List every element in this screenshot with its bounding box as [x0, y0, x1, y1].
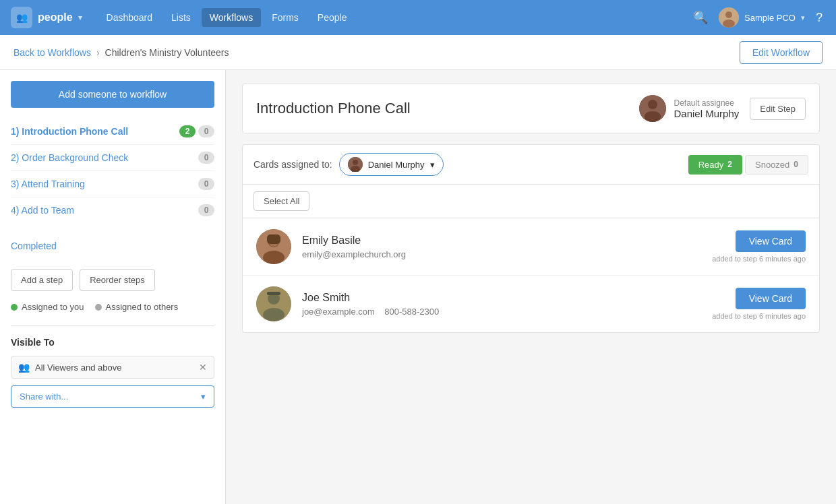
edit-step-button[interactable]: Edit Step: [750, 98, 806, 120]
breadcrumb-bar: Back to Workflows › Children's Ministry …: [0, 35, 836, 70]
assignee-dropdown-name: Daniel Murphy: [368, 160, 425, 170]
breadcrumb: Back to Workflows › Children's Ministry …: [13, 47, 229, 58]
svg-point-1: [725, 11, 732, 18]
default-assignee-info: Default assignee Daniel Murphy: [674, 98, 740, 119]
cards-filter-left: Cards assigned to: Daniel Murphy ▾: [253, 153, 444, 176]
default-assignee-avatar: [639, 95, 666, 122]
step-header: Introduction Phone Call Default assignee…: [242, 84, 820, 133]
visible-to-section: Visible To 👥 All Viewers and above ✕ Sha…: [11, 325, 214, 408]
share-with-placeholder: Share with...: [20, 391, 68, 402]
step-3-badge-gray: 0: [198, 178, 214, 190]
nav-lists[interactable]: Lists: [163, 8, 199, 27]
emily-avatar: [256, 229, 291, 264]
add-someone-button[interactable]: Add someone to workflow: [11, 81, 214, 108]
step-link-3[interactable]: 3) Attend Training: [11, 179, 198, 189]
nav-right: 🔍 Sample PCO ▾ ?: [690, 7, 825, 28]
tab-ready[interactable]: Ready 2: [688, 155, 742, 175]
tab-snoozed[interactable]: Snoozed 0: [745, 155, 808, 175]
default-assignee-label: Default assignee: [674, 98, 740, 108]
legend: Assigned to you Assigned to others: [11, 302, 214, 312]
tab-ready-count: 2: [727, 160, 732, 169]
visible-to-item-label: All Viewers and above: [35, 363, 121, 373]
svg-point-4: [648, 100, 657, 109]
user-dropdown-icon: ▾: [801, 13, 805, 22]
nav-workflows[interactable]: Workflows: [202, 8, 261, 27]
step-3-badges: 0: [198, 178, 214, 190]
emily-name: Emily Basile: [302, 234, 712, 247]
nav-dashboard[interactable]: Dashboard: [98, 8, 161, 27]
svg-rect-13: [267, 234, 280, 244]
svg-point-7: [353, 160, 358, 165]
assigned-you-dot: [11, 304, 18, 311]
visible-to-item-left: 👥 All Viewers and above: [18, 362, 121, 373]
assignee-dropdown-icon: ▾: [430, 160, 435, 170]
breadcrumb-separator: ›: [96, 47, 100, 58]
joe-added-info: added to step 6 minutes ago: [712, 312, 806, 320]
search-icon[interactable]: 🔍: [690, 7, 711, 28]
sidebar: Add someone to workflow 1) Introduction …: [0, 70, 226, 504]
svg-point-11: [263, 251, 285, 264]
joe-details: joe@example.com 800-588-2300: [302, 307, 712, 317]
main-content: Introduction Phone Call Default assignee…: [226, 70, 836, 504]
nav-people[interactable]: People: [309, 8, 355, 27]
select-all-bar: Select All: [243, 185, 819, 218]
tab-ready-label: Ready: [698, 160, 724, 170]
assignee-dropdown[interactable]: Daniel Murphy ▾: [339, 153, 444, 176]
joe-view-card-button[interactable]: View Card: [736, 288, 806, 309]
joe-email: joe@example.com: [302, 307, 375, 317]
step-actions: Add a step Reorder steps: [11, 269, 214, 291]
step-1-badges: 2 0: [179, 125, 214, 137]
legend-assigned-to-you: Assigned to you: [11, 302, 84, 312]
user-avatar: [719, 7, 739, 28]
tab-snoozed-label: Snoozed: [755, 160, 789, 170]
cards-filter-bar: Cards assigned to: Daniel Murphy ▾: [243, 145, 819, 185]
back-to-workflows-link[interactable]: Back to Workflows: [13, 47, 91, 58]
default-assignee-name: Daniel Murphy: [674, 108, 740, 119]
step-title: Introduction Phone Call: [256, 100, 411, 117]
joe-avatar: [256, 286, 291, 321]
assigned-others-dot: [95, 304, 102, 311]
workflow-steps-list: 1) Introduction Phone Call 2 0 2) Order …: [11, 119, 214, 223]
add-step-button[interactable]: Add a step: [11, 269, 73, 291]
user-menu[interactable]: Sample PCO ▾: [719, 7, 805, 28]
step-1-badge-green: 2: [179, 125, 196, 137]
help-icon[interactable]: ?: [813, 8, 825, 28]
select-all-button[interactable]: Select All: [253, 191, 309, 211]
cards-assigned-to-label: Cards assigned to:: [253, 159, 332, 170]
share-with-dropdown[interactable]: Share with... ▾: [11, 385, 214, 408]
default-assignee-section: Default assignee Daniel Murphy: [639, 95, 740, 122]
app-name: people: [38, 11, 73, 24]
joe-card-right: View Card added to step 6 minutes ago: [712, 288, 806, 320]
completed-link[interactable]: Completed: [11, 234, 214, 258]
step-header-right: Default assignee Daniel Murphy Edit Step: [639, 95, 806, 122]
step-link-4[interactable]: 4) Add to Team: [11, 205, 198, 216]
step-4-badge-gray: 0: [198, 204, 214, 216]
person-card-joe: Joe Smith joe@example.com 800-588-2300 V…: [243, 276, 819, 332]
nav-forms[interactable]: Forms: [264, 8, 307, 27]
step-item-3[interactable]: 3) Attend Training 0: [11, 171, 214, 197]
svg-point-2: [723, 20, 735, 28]
assigned-others-label: Assigned to others: [106, 302, 179, 312]
step-item-2[interactable]: 2) Order Background Check 0: [11, 145, 214, 171]
app-logo[interactable]: 👥 people ▾: [11, 7, 82, 28]
emily-added-info: added to step 6 minutes ago: [712, 255, 806, 263]
share-dropdown-icon: ▾: [201, 391, 206, 402]
cards-section: Cards assigned to: Daniel Murphy ▾: [242, 144, 820, 333]
visible-to-remove-button[interactable]: ✕: [199, 362, 207, 373]
step-2-badge-gray: 0: [198, 152, 214, 164]
edit-workflow-button[interactable]: Edit Workflow: [740, 41, 823, 64]
emily-view-card-button[interactable]: View Card: [736, 230, 806, 252]
step-link-1[interactable]: 1) Introduction Phone Call: [11, 126, 179, 137]
tab-snoozed-count: 0: [794, 160, 798, 169]
filter-tabs: Ready 2 Snoozed 0: [688, 155, 808, 175]
step-item-4[interactable]: 4) Add to Team 0: [11, 197, 214, 223]
logo-dropdown-icon[interactable]: ▾: [78, 13, 82, 22]
group-icon: 👥: [18, 362, 30, 373]
step-link-2[interactable]: 2) Order Background Check: [11, 152, 198, 163]
reorder-steps-button[interactable]: Reorder steps: [80, 269, 155, 291]
nav-links: Dashboard Lists Workflows Forms People: [98, 8, 675, 27]
step-item-1[interactable]: 1) Introduction Phone Call 2 0: [11, 119, 214, 145]
person-card-emily: Emily Basile emily@examplechurch.org Vie…: [243, 218, 819, 276]
top-navigation: 👥 people ▾ Dashboard Lists Workflows For…: [0, 0, 836, 35]
emily-info: Emily Basile emily@examplechurch.org: [302, 234, 712, 259]
